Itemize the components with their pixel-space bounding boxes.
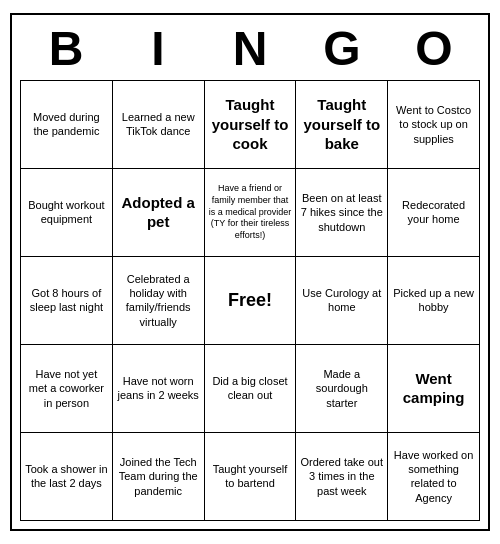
bingo-cell-19[interactable]: Went camping (388, 345, 480, 433)
bingo-cell-21[interactable]: Joined the Tech Team during the pandemic (113, 433, 205, 521)
bingo-cell-6[interactable]: Adopted a pet (113, 169, 205, 257)
bingo-cell-13[interactable]: Use Curology at home (296, 257, 388, 345)
bingo-cell-9[interactable]: Redecorated your home (388, 169, 480, 257)
bingo-cell-5[interactable]: Bought workout equipment (21, 169, 113, 257)
bingo-cell-24[interactable]: Have worked on something related to Agen… (388, 433, 480, 521)
bingo-cell-18[interactable]: Made a sourdough starter (296, 345, 388, 433)
bingo-letter-n: N (206, 23, 294, 76)
bingo-grid: Moved during the pandemicLearned a new T… (20, 80, 480, 521)
bingo-cell-17[interactable]: Did a big closet clean out (205, 345, 297, 433)
bingo-letter-b: B (22, 23, 110, 76)
bingo-cell-15[interactable]: Have not yet met a coworker in person (21, 345, 113, 433)
bingo-card: BINGO Moved during the pandemicLearned a… (10, 13, 490, 531)
bingo-cell-23[interactable]: Ordered take out 3 times in the past wee… (296, 433, 388, 521)
bingo-cell-22[interactable]: Taught yourself to bartend (205, 433, 297, 521)
bingo-header: BINGO (20, 23, 480, 76)
bingo-letter-o: O (390, 23, 478, 76)
bingo-cell-12[interactable]: Free! (205, 257, 297, 345)
bingo-cell-14[interactable]: Picked up a new hobby (388, 257, 480, 345)
bingo-cell-3[interactable]: Taught yourself to bake (296, 81, 388, 169)
bingo-cell-1[interactable]: Learned a new TikTok dance (113, 81, 205, 169)
bingo-cell-20[interactable]: Took a shower in the last 2 days (21, 433, 113, 521)
bingo-cell-0[interactable]: Moved during the pandemic (21, 81, 113, 169)
bingo-cell-7[interactable]: Have a friend or family member that is a… (205, 169, 297, 257)
bingo-cell-11[interactable]: Celebrated a holiday with family/friends… (113, 257, 205, 345)
bingo-cell-10[interactable]: Got 8 hours of sleep last night (21, 257, 113, 345)
bingo-cell-16[interactable]: Have not worn jeans in 2 weeks (113, 345, 205, 433)
bingo-cell-4[interactable]: Went to Costco to stock up on supplies (388, 81, 480, 169)
bingo-cell-8[interactable]: Been on at least 7 hikes since the shutd… (296, 169, 388, 257)
bingo-cell-2[interactable]: Taught yourself to cook (205, 81, 297, 169)
bingo-letter-i: I (114, 23, 202, 76)
bingo-letter-g: G (298, 23, 386, 76)
